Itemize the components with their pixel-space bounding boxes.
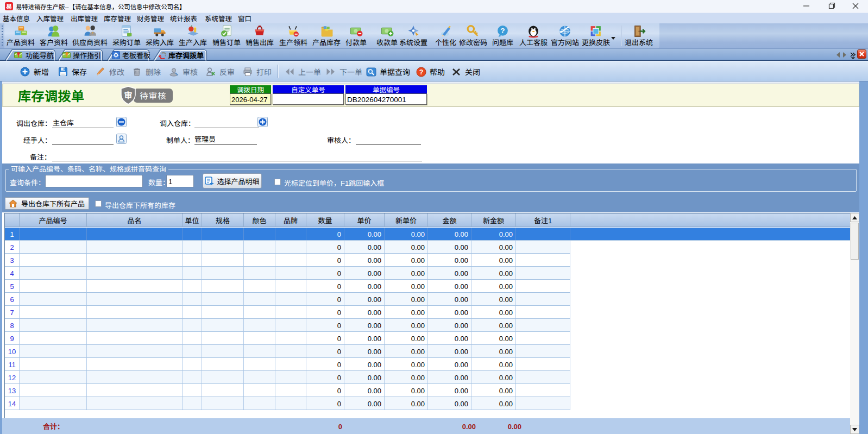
- svg-text:?: ?: [419, 68, 424, 76]
- svg-text:?: ?: [500, 27, 505, 35]
- svg-text:审: 审: [124, 89, 132, 100]
- svg-text:待审核: 待审核: [140, 89, 167, 101]
